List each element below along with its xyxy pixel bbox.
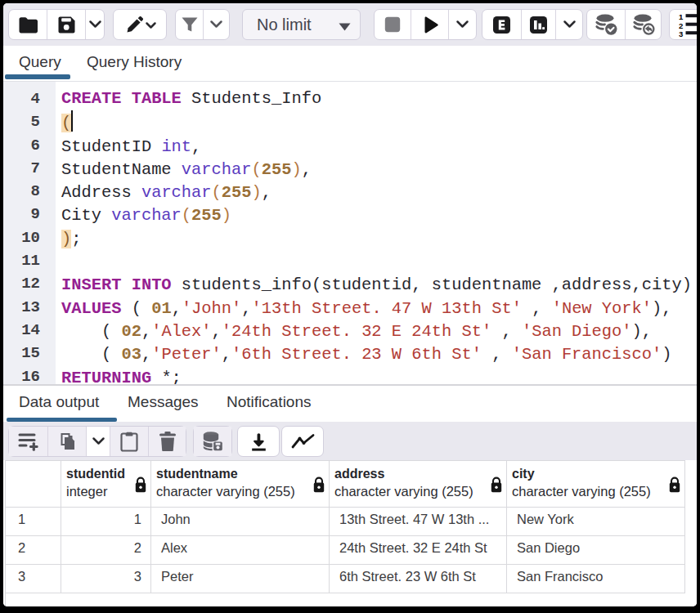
svg-text:3: 3 [679,29,683,37]
svg-text:2: 2 [679,21,683,30]
svg-text:1: 1 [679,12,684,21]
